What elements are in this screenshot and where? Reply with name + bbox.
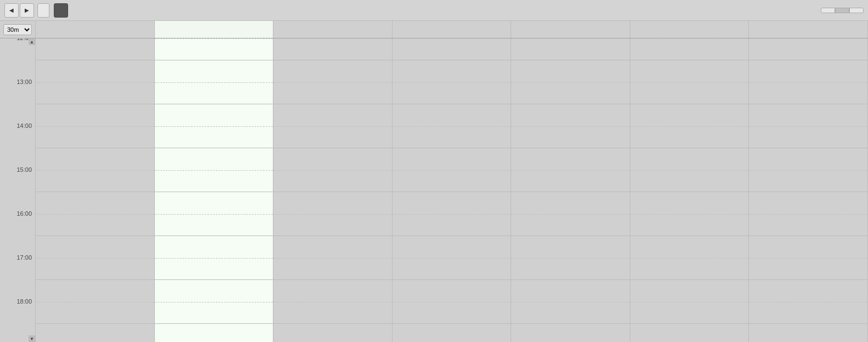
- day-column-2: 18:25 - 19:00 New Show✕19:45 - 20:30Holi…: [273, 38, 393, 342]
- hour-row-3: [36, 148, 154, 192]
- view-day-button[interactable]: [821, 8, 835, 13]
- day-header-4: [511, 21, 630, 38]
- calendar-body: ▲ 11:0012:0013:0014:0015:0016:0017:0018:…: [0, 38, 868, 342]
- day-header-6: [749, 21, 868, 38]
- view-month-button[interactable]: [849, 8, 864, 13]
- hour-row-1: [155, 60, 273, 104]
- hour-row-3: [511, 148, 630, 192]
- hour-row-6: [155, 280, 273, 324]
- hour-row-1: [393, 60, 511, 104]
- hour-row-6: [393, 280, 511, 324]
- hour-row-6: [273, 280, 392, 324]
- interval-selector-container: 30m 15m 1h: [0, 21, 36, 38]
- day-column-0: [36, 38, 155, 342]
- time-label-14: 14:00: [16, 123, 32, 129]
- hour-row-2: [36, 104, 154, 148]
- view-week-button[interactable]: [835, 8, 849, 13]
- hour-row-5: [749, 236, 867, 280]
- hour-row-4: [630, 192, 749, 236]
- next-button[interactable]: ▶: [20, 3, 34, 18]
- hour-row-0: [630, 38, 749, 60]
- time-label-15: 15:00: [16, 167, 32, 173]
- hour-row-7: [393, 324, 511, 342]
- hour-row-5: [393, 236, 511, 280]
- hour-row-5: [36, 236, 154, 280]
- calendar: 30m 15m 1h ▲ 11:0012:0013:0014:0015:0016…: [0, 21, 868, 342]
- time-label-17: 17:00: [16, 255, 32, 261]
- hour-row-2: [273, 104, 392, 148]
- day-header-1: [155, 21, 274, 38]
- hour-row-3: [273, 148, 392, 192]
- hour-row-1: [511, 60, 630, 104]
- hour-row-7: [749, 324, 867, 342]
- hour-row-3: [393, 148, 511, 192]
- day-header-2: [273, 21, 393, 38]
- hour-row-7: [511, 324, 630, 342]
- hour-row-2: [630, 104, 749, 148]
- days-container: 18:25 - 19:00 New Show✕19:45 - 20:30Holi…: [36, 38, 868, 342]
- hour-row-1: [630, 60, 749, 104]
- hour-row-4: [393, 192, 511, 236]
- hour-row-1: [273, 60, 392, 104]
- hour-row-7: [155, 324, 273, 342]
- day-header-0: [36, 21, 155, 38]
- view-buttons: [821, 8, 864, 13]
- hour-row-2: [393, 104, 511, 148]
- day-column-5: 18:25 - 19:00 New Show✕19:45 - 20:30Holi…: [630, 38, 749, 342]
- hour-row-3: [749, 148, 867, 192]
- time-label-16: 16:00: [16, 211, 32, 217]
- hour-row-0: [749, 38, 867, 60]
- hour-row-6: [630, 280, 749, 324]
- hour-row-4: [36, 192, 154, 236]
- interval-select[interactable]: 30m 15m 1h: [3, 24, 32, 35]
- time-gutter: ▲ 11:0012:0013:0014:0015:0016:0017:0018:…: [0, 38, 36, 342]
- nav-buttons: ◀ ▶: [4, 3, 68, 18]
- hour-row-0: [36, 38, 154, 60]
- hour-row-3: [155, 148, 273, 192]
- hour-row-5: [511, 236, 630, 280]
- hour-row-5: [273, 236, 392, 280]
- hour-row-1: [36, 60, 154, 104]
- header: ◀ ▶: [0, 0, 868, 21]
- scroll-down-icon[interactable]: ▼: [29, 335, 35, 342]
- scroll-up-icon[interactable]: ▲: [29, 38, 35, 45]
- day-column-1: 18:25 - 19:00 New Show✕19:45 - 20:30Holi…: [155, 38, 274, 342]
- hour-row-5: [155, 236, 273, 280]
- time-label-13: 13:00: [16, 79, 32, 85]
- today-button[interactable]: [37, 3, 49, 18]
- days-wrapper: 18:25 - 19:00 New Show✕19:45 - 20:30Holi…: [36, 38, 868, 342]
- hour-row-6: [749, 280, 867, 324]
- prev-button[interactable]: ◀: [4, 3, 19, 18]
- hour-row-6: [511, 280, 630, 324]
- day-headers: 30m 15m 1h: [0, 21, 868, 38]
- hour-row-4: [511, 192, 630, 236]
- show-button[interactable]: [54, 3, 68, 18]
- hour-row-1: [749, 60, 867, 104]
- hour-row-7: [630, 324, 749, 342]
- day-column-6: 18:25 - 19:00 New Show✕19:45 - 20:30Holi…: [749, 38, 868, 342]
- hour-row-3: [630, 148, 749, 192]
- hour-row-0: [393, 38, 511, 60]
- day-column-4: 18:25 - 19:00 New Show✕19:45 - 20:30Holi…: [511, 38, 630, 342]
- hour-row-4: [749, 192, 867, 236]
- hour-row-2: [511, 104, 630, 148]
- day-header-3: [393, 21, 512, 38]
- hour-row-4: [273, 192, 392, 236]
- day-header-5: [630, 21, 749, 38]
- hour-row-0: [511, 38, 630, 60]
- hour-row-0: [273, 38, 392, 60]
- hour-row-2: [155, 104, 273, 148]
- hour-row-5: [630, 236, 749, 280]
- hour-row-7: [36, 324, 154, 342]
- hour-row-7: [273, 324, 392, 342]
- day-column-3: 18:25 - 19:00 New Show✕19:45 - 20:30Holi…: [393, 38, 512, 342]
- hour-row-2: [749, 104, 867, 148]
- hour-row-0: [155, 38, 273, 60]
- hour-row-4: [155, 192, 273, 236]
- time-label-18: 18:00: [16, 299, 32, 305]
- hour-row-6: [36, 280, 154, 324]
